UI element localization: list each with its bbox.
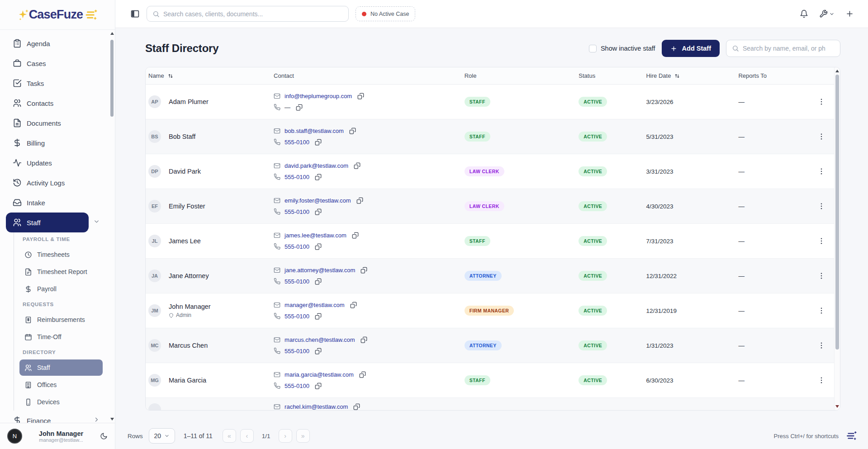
tools-menu-button[interactable] [816,6,838,21]
chevron-down-icon[interactable] [93,218,100,227]
scroll-up-arrow[interactable] [110,32,114,35]
copy-button[interactable] [315,208,322,215]
sort-icon[interactable] [167,73,174,79]
table-scrollbar-thumb[interactable] [835,75,839,350]
page-size-select[interactable]: 20 [149,428,175,444]
copy-button[interactable] [353,403,360,410]
email-line-value[interactable]: maria.garcia@testlaw.com [285,371,354,378]
sidebar-item-cases[interactable]: Cases [0,53,115,73]
sidebar-subitem-timesheet-report[interactable]: Timesheet Report [14,263,115,280]
copy-button[interactable] [350,302,357,308]
row-menu-button[interactable] [815,339,828,352]
copy-button[interactable] [315,174,322,180]
actions-cell [809,304,834,317]
email-line-value[interactable]: james.lee@testlaw.com [285,232,346,239]
row-menu-button[interactable] [815,234,828,248]
row-menu-button[interactable] [815,95,828,109]
show-inactive-toggle[interactable]: Show inactive staff [589,45,655,52]
sidebar-item-finance[interactable]: Finance [0,411,115,423]
sidebar-item-updates[interactable]: Updates [0,153,115,173]
copy-button[interactable] [360,267,367,274]
phone-line-value[interactable]: 555-0100 [285,174,309,180]
add-staff-button[interactable]: Add Staff [662,40,720,57]
staff-search-input[interactable] [743,45,835,52]
show-inactive-checkbox[interactable] [589,45,597,52]
last-page-button[interactable]: » [296,429,310,443]
table-scrollbar[interactable] [834,67,840,410]
row-menu-button[interactable] [815,165,828,178]
sidebar-item-staff[interactable]: Staff [0,213,115,232]
sidebar-item-agenda[interactable]: Agenda [0,33,115,53]
phone-line-value[interactable]: 555-0100 [285,139,309,146]
sidebar-item-tasks[interactable]: Tasks [0,73,115,93]
sidebar-item-billing[interactable]: Billing [0,133,115,153]
email-line-value[interactable]: bob.staff@testlaw.com [285,128,344,134]
copy-button[interactable] [352,232,359,239]
copy-button[interactable] [354,162,360,169]
copy-button[interactable] [315,383,322,389]
copy-button[interactable] [315,313,322,320]
copy-button[interactable] [315,348,322,354]
sidebar-item-activity-logs[interactable]: Activity Logs [0,173,115,193]
sidebar-item-documents[interactable]: Documents [0,113,115,133]
email-line-value[interactable]: jane.attorney@testlaw.com [285,267,355,274]
row-menu-button[interactable] [815,269,828,283]
sidebar-subitem-timesheets[interactable]: Timesheets [14,246,115,263]
global-search-input[interactable] [163,10,343,18]
sidebar-subitem-reimbursements[interactable]: Reimbursements [14,311,115,328]
sidebar-subitem-offices[interactable]: Offices [14,376,115,393]
phone-line-value[interactable]: 555-0100 [285,383,309,389]
sidebar-item-contacts[interactable]: Contacts [0,93,115,113]
active-case-chip[interactable]: No Active Case [356,6,415,21]
scroll-down-arrow[interactable] [110,418,114,421]
first-page-button[interactable]: « [223,429,236,443]
phone-line-value[interactable]: 555-0100 [285,313,309,320]
email-line-value[interactable]: marcus.chen@testlaw.com [285,336,355,343]
copy-button[interactable] [315,278,322,285]
sidebar-subitem-time-off[interactable]: Time-Off [14,328,115,345]
prev-page-button[interactable]: ‹ [240,429,254,443]
sidebar-collapse-button[interactable] [130,9,140,19]
phone-line-value[interactable]: 555-0100 [285,243,309,250]
notifications-button[interactable] [797,6,811,21]
email-line-value[interactable]: david.park@testlaw.com [285,162,348,169]
sidebar-subitem-payroll[interactable]: Payroll [14,280,115,298]
copy-button[interactable] [315,243,322,250]
dark-mode-toggle[interactable] [100,432,108,440]
scroll-up-arrow[interactable] [835,70,839,72]
column-header-name[interactable]: Name [146,72,274,79]
copy-button[interactable] [359,371,366,378]
hire-date: 4/30/2023 [646,203,673,210]
row-menu-button[interactable] [815,373,828,387]
user-menu[interactable]: N John Manager manager@testlaw... [0,423,115,449]
scroll-down-arrow[interactable] [835,405,839,408]
email-line-value[interactable]: manager@testlaw.com [285,302,344,308]
app-logo[interactable]: CaseFuze [0,0,115,30]
phone-line-value[interactable]: 555-0100 [285,278,309,285]
copy-button[interactable] [357,93,364,99]
phone-line-value[interactable]: 555-0100 [285,348,309,354]
sidebar-item-intake[interactable]: Intake [0,193,115,213]
phone-line-value[interactable]: 555-0100 [285,208,309,215]
row-menu-button[interactable] [815,304,828,317]
sidebar-subitem-staff[interactable]: Staff [14,359,115,376]
sidebar-scrollbar[interactable] [110,31,114,422]
next-page-button[interactable]: › [279,429,292,443]
quick-add-button[interactable] [842,6,857,21]
copy-button[interactable] [356,197,363,204]
sidebar-subitem-devices[interactable]: Devices [14,393,115,411]
email-line-value[interactable]: emily.foster@testlaw.com [285,197,351,204]
copy-button[interactable] [349,128,356,134]
copy-button[interactable] [296,104,303,111]
copy-button[interactable] [315,139,322,146]
email-line-value[interactable]: rachel.kim@testlaw.com [285,403,348,410]
column-header-hire-date[interactable]: Hire Date [646,72,738,79]
row-menu-button[interactable] [815,130,828,143]
copy-button[interactable] [360,336,367,343]
sort-icon[interactable] [674,73,680,79]
user-avatar[interactable]: N [7,429,22,444]
assistant-sparkle-button[interactable] [845,430,857,442]
email-line-value[interactable]: info@theplumegroup.com [285,93,352,99]
sidebar-scrollbar-thumb[interactable] [110,40,114,117]
row-menu-button[interactable] [815,199,828,213]
